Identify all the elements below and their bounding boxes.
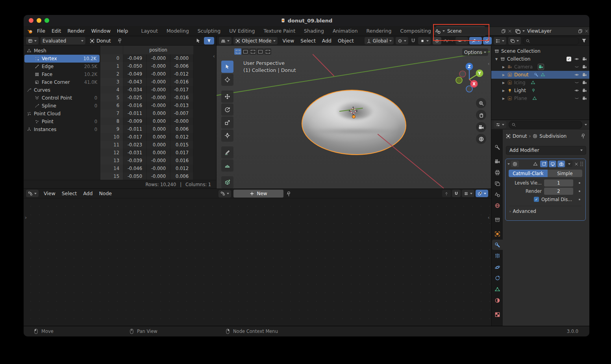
tab-physics-properties[interactable] xyxy=(492,262,503,272)
workspace-tab-shading[interactable]: Shading xyxy=(300,26,328,36)
tab-constraints-properties[interactable] xyxy=(492,273,503,283)
perspective-toggle-button[interactable] xyxy=(476,134,486,144)
collapse-panel-icon[interactable] xyxy=(507,163,510,165)
animate-property-dot[interactable] xyxy=(579,190,580,192)
pin-icon[interactable] xyxy=(286,191,292,197)
editor-type-button[interactable] xyxy=(26,37,39,44)
render-visibility-icon[interactable] xyxy=(582,57,587,61)
drag-handle[interactable] xyxy=(580,161,583,166)
tab-modifiers-properties[interactable] xyxy=(492,240,503,250)
viewport-menu-object[interactable]: Object xyxy=(335,36,357,46)
mesh-data-icon[interactable] xyxy=(541,72,545,77)
tab-object-data-properties[interactable] xyxy=(492,284,503,294)
overlays-toggle[interactable] xyxy=(476,190,488,197)
tab-object-properties[interactable] xyxy=(492,229,503,239)
tab-render-properties[interactable] xyxy=(492,156,503,166)
menu-window[interactable]: Window xyxy=(88,26,114,36)
visibility-eye-icon[interactable] xyxy=(574,88,579,93)
visibility-eye-closed-icon[interactable] xyxy=(574,80,579,85)
node-menu-select[interactable]: Select xyxy=(59,188,80,199)
minimize-window-button[interactable] xyxy=(37,18,41,23)
workspace-tab-animation[interactable]: Animation xyxy=(328,26,362,36)
editor-type-button[interactable] xyxy=(494,37,506,44)
new-scene-icon[interactable] xyxy=(501,29,506,33)
outliner-item-donut[interactable]: ▶Donut xyxy=(491,71,589,79)
on-cage-toggle[interactable] xyxy=(540,161,548,167)
proportional-editing-button[interactable] xyxy=(433,37,441,44)
tab-scene-properties[interactable] xyxy=(492,189,503,200)
simple-button[interactable]: Simple xyxy=(548,170,582,177)
gizmo-axis-neg-x[interactable] xyxy=(459,71,466,77)
realtime-toggle[interactable] xyxy=(549,161,556,167)
transform-orientation-dropdown[interactable]: Global xyxy=(365,37,394,44)
tab-material-properties[interactable] xyxy=(492,295,503,305)
levels-render-field[interactable]: 2 xyxy=(544,188,573,195)
render-visibility-icon[interactable] xyxy=(582,80,587,85)
workspace-tab-texture-paint[interactable]: Texture Paint xyxy=(259,26,300,36)
disclosure-triangle[interactable]: ▶ xyxy=(502,89,505,92)
navigation-gizmo[interactable]: Z Y X xyxy=(454,61,485,93)
new-node-tree-button[interactable]: New xyxy=(233,190,283,198)
datasource-group-instances[interactable]: Instances0 xyxy=(24,126,100,133)
mesh-data-icon[interactable] xyxy=(532,96,537,101)
render-toggle[interactable] xyxy=(557,161,565,167)
light-data-icon[interactable] xyxy=(531,88,536,93)
workspace-tab-uv-editing[interactable]: UV Editing xyxy=(225,26,259,36)
outliner-scene-collection[interactable]: Scene Collection xyxy=(491,47,589,55)
select-mode-intersect[interactable] xyxy=(264,48,271,55)
mesh-data-icon[interactable] xyxy=(531,80,535,85)
editor-type-button[interactable] xyxy=(494,121,506,128)
region-collapse-arrow[interactable]: ‹ xyxy=(213,54,215,58)
outliner-item-plane[interactable]: ▶Plane xyxy=(491,94,589,102)
show-in-edit-mode-toggle[interactable] xyxy=(531,161,539,167)
datasource-face-corner[interactable]: Face Corner41.0K xyxy=(24,78,100,86)
datasource-vertex[interactable]: Vertex10.2K xyxy=(24,55,100,63)
tab-output-properties[interactable] xyxy=(492,167,503,177)
move-tool[interactable] xyxy=(221,91,233,103)
filter-toggle-button[interactable] xyxy=(204,37,214,44)
camera-view-button[interactable] xyxy=(476,122,486,132)
datasource-edge[interactable]: Edge20.5K xyxy=(24,63,100,70)
disclosure-triangle[interactable]: ▶ xyxy=(502,73,505,77)
viewport-menu-view[interactable]: View xyxy=(280,36,298,46)
display-mode-dropdown[interactable] xyxy=(508,37,521,44)
workspace-tab-rendering[interactable]: Rendering xyxy=(362,26,396,36)
properties-search-input[interactable] xyxy=(509,121,582,129)
region-collapse-arrow[interactable]: ‹ xyxy=(488,62,490,66)
transform-tool[interactable] xyxy=(221,129,233,142)
scale-tool[interactable] xyxy=(221,116,233,129)
filter-icon[interactable] xyxy=(581,38,587,44)
datasource-group-mesh[interactable]: Mesh xyxy=(24,47,100,55)
select-mode-invert[interactable] xyxy=(257,48,264,55)
add-cube-tool[interactable] xyxy=(221,176,233,188)
rotate-tool[interactable] xyxy=(221,103,233,116)
outliner-item-camera[interactable]: ▶Camera xyxy=(491,63,589,71)
zoom-view-button[interactable] xyxy=(476,98,486,108)
advanced-section[interactable]: › Advanced xyxy=(509,206,581,214)
modifier-type-button[interactable] xyxy=(511,161,519,167)
remove-view-layer-icon[interactable] xyxy=(584,29,589,33)
snap-toggle-icon[interactable] xyxy=(410,38,416,44)
pivot-point-dropdown[interactable] xyxy=(396,37,408,44)
render-visibility-icon[interactable] xyxy=(582,65,587,69)
pin-icon[interactable] xyxy=(580,133,586,139)
go-to-parent-button[interactable] xyxy=(442,190,451,197)
menu-help[interactable]: Help xyxy=(114,26,131,36)
catmull-clark-button[interactable]: Catmull-Clark xyxy=(509,170,548,177)
tab-particles-properties[interactable] xyxy=(492,251,503,261)
select-mode-extend[interactable] xyxy=(242,48,249,55)
visibility-eye-icon[interactable] xyxy=(574,57,579,61)
evaluation-mode-dropdown[interactable]: Evaluated xyxy=(41,37,85,44)
pin-icon[interactable] xyxy=(117,38,123,44)
breadcrumb-modifier[interactable]: Subdivision xyxy=(539,133,567,139)
visibility-eye-closed-icon[interactable] xyxy=(574,65,579,69)
node-tree-browse-button[interactable] xyxy=(218,190,231,198)
outliner-item-icing[interactable]: ▶Icing xyxy=(491,79,589,87)
visibility-eye-closed-icon[interactable] xyxy=(574,96,579,101)
annotate-tool[interactable] xyxy=(221,146,233,159)
view-layer-selector[interactable]: ViewLayer xyxy=(513,27,589,35)
datasource-face[interactable]: Face10.2K xyxy=(24,70,100,78)
workspace-tab-compositing[interactable]: Compositing xyxy=(396,26,435,36)
menu-render[interactable]: Render xyxy=(64,26,88,36)
mode-dropdown[interactable]: Object Mode xyxy=(233,37,278,44)
